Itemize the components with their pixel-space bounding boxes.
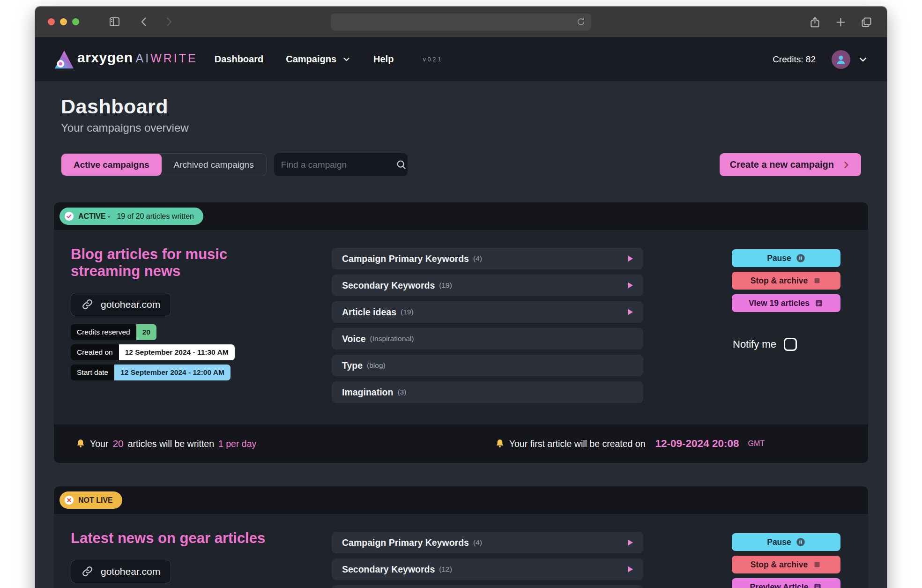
credits-counter: Credits: 82 xyxy=(773,54,816,65)
campaign-title: Blog articles for music streaming news xyxy=(71,246,249,280)
notify-me-control: Notify me xyxy=(732,338,840,351)
campaign-card: ACTIVE - 19 of 20 articles written Blog … xyxy=(54,202,868,463)
notify-me-label: Notify me xyxy=(733,338,776,350)
brand-suffix-ai: AI xyxy=(136,52,151,65)
accordion-imagination[interactable]: Imagination (3) xyxy=(332,381,643,403)
accordion-add-article-ideas[interactable]: Add article ideas (0) xyxy=(332,585,643,588)
main-content: Dashboard Your campaigns overview Active… xyxy=(35,95,887,588)
chevron-down-icon xyxy=(342,55,351,64)
meta-created-on: Created on 12 September 2024 - 11:30 AM xyxy=(71,344,235,360)
accordion-voice[interactable]: Voice (Inspirational) xyxy=(332,328,643,350)
page-subtitle: Your campaigns overview xyxy=(61,121,861,134)
search-input[interactable] xyxy=(281,160,396,170)
user-avatar[interactable] xyxy=(832,50,850,69)
chevron-right-icon xyxy=(841,160,851,170)
nav-links: Dashboard Campaigns Help v 0.2.1 xyxy=(215,54,441,65)
articles-icon xyxy=(814,298,824,308)
accordion-primary-keywords[interactable]: Campaign Primary Keywords (4) xyxy=(332,248,643,269)
campaign-card-body: Blog articles for music streaming news g… xyxy=(54,230,868,424)
search-icon xyxy=(396,159,407,170)
minimize-window-button[interactable] xyxy=(60,18,67,25)
user-avatar-icon xyxy=(834,52,848,67)
campaign-accordions: Campaign Primary Keywords (4) Secondary … xyxy=(332,532,643,588)
browser-toolbar xyxy=(35,7,887,37)
campaign-actions: Pause Stop & archive View 19 articles xyxy=(732,249,840,408)
nav-item-help[interactable]: Help xyxy=(373,54,394,65)
campaign-footer: Your 20 articles will be written 1 per d… xyxy=(54,424,868,463)
forward-icon[interactable] xyxy=(163,15,175,28)
campaign-search xyxy=(274,153,408,176)
campaign-title: Latest news on gear articles xyxy=(71,530,277,547)
campaign-domain-link[interactable]: gotohear.com xyxy=(71,560,171,583)
nav-item-dashboard[interactable]: Dashboard xyxy=(215,54,263,65)
bell-icon xyxy=(495,439,505,449)
expand-arrow-icon xyxy=(628,309,633,315)
brand-name: arxygen xyxy=(77,50,133,66)
check-icon xyxy=(64,211,74,221)
campaign-domain-link[interactable]: gotohear.com xyxy=(71,293,171,316)
browser-window: arxygen AI WRITE Dashboard Campaigns Hel… xyxy=(35,7,887,588)
accordion-article-ideas[interactable]: Article ideas (19) xyxy=(332,301,643,323)
new-tab-icon[interactable] xyxy=(834,16,847,29)
stop-icon xyxy=(812,560,822,569)
nav-item-campaigns[interactable]: Campaigns xyxy=(286,54,351,65)
status-badge: ACTIVE - 19 of 20 articles written xyxy=(59,208,203,225)
reload-icon[interactable] xyxy=(576,17,586,27)
notify-me-checkbox[interactable] xyxy=(784,338,797,351)
campaign-meta: Credits reserved 20 Created on 12 Septem… xyxy=(71,324,305,380)
brand-logo[interactable]: arxygen AI WRITE xyxy=(54,50,198,69)
app-navbar: arxygen AI WRITE Dashboard Campaigns Hel… xyxy=(35,37,887,81)
stop-icon xyxy=(812,276,822,285)
expand-arrow-icon xyxy=(628,540,633,545)
tab-active-campaigns[interactable]: Active campaigns xyxy=(61,154,162,176)
pause-icon xyxy=(796,253,805,263)
schedule-notice: Your 20 articles will be written 1 per d… xyxy=(75,438,256,449)
pause-button[interactable]: Pause xyxy=(732,249,840,267)
stop-archive-button[interactable]: Stop & archive xyxy=(732,556,840,573)
first-article-notice: Your first article will be created on 12… xyxy=(495,438,765,450)
link-icon xyxy=(82,298,93,310)
meta-start-date: Start date 12 September 2024 - 12:00 AM xyxy=(71,365,230,380)
expand-arrow-icon xyxy=(628,256,633,261)
zoom-window-button[interactable] xyxy=(72,18,79,25)
create-campaign-button[interactable]: Create a new campaign xyxy=(720,153,861,176)
accordion-secondary-keywords[interactable]: Secondary Keywords (12) xyxy=(332,558,643,580)
tab-overview-icon[interactable] xyxy=(860,16,873,29)
app-version: v 0.2.1 xyxy=(423,56,441,63)
page-title: Dashboard xyxy=(61,95,861,118)
stop-archive-button[interactable]: Stop & archive xyxy=(732,272,840,290)
campaign-tabs: Active campaigns Archived campaigns xyxy=(61,153,267,176)
cross-icon xyxy=(64,495,74,505)
sidebar-icon[interactable] xyxy=(108,15,121,28)
window-controls xyxy=(48,18,79,25)
back-icon[interactable] xyxy=(138,15,150,28)
pause-icon xyxy=(796,537,805,547)
campaign-actions: Pause Stop & archive Preview Article xyxy=(732,533,840,588)
articles-icon xyxy=(813,582,822,588)
status-badge: NOT LIVE xyxy=(59,491,122,509)
campaign-controls: Active campaigns Archived campaigns Crea… xyxy=(61,153,861,176)
preview-article-button[interactable]: Preview Article xyxy=(732,578,840,588)
tab-archived-campaigns[interactable]: Archived campaigns xyxy=(162,154,266,176)
toolbar-right-group xyxy=(809,7,873,37)
account-chevron-down-icon[interactable] xyxy=(858,54,868,65)
accordion-secondary-keywords[interactable]: Secondary Keywords (19) xyxy=(332,275,643,296)
expand-arrow-icon xyxy=(628,566,633,572)
brand-suffix-write: WRITE xyxy=(150,52,198,65)
campaign-status-bar: NOT LIVE xyxy=(54,486,868,514)
bell-icon xyxy=(75,439,86,449)
address-bar[interactable] xyxy=(331,13,591,30)
accordion-type[interactable]: Type (blog) xyxy=(332,355,643,376)
campaign-status-bar: ACTIVE - 19 of 20 articles written xyxy=(54,202,868,230)
pause-button[interactable]: Pause xyxy=(732,533,840,551)
logo-triangle-icon xyxy=(54,50,74,69)
share-icon[interactable] xyxy=(809,16,821,29)
meta-credits-reserved: Credits reserved 20 xyxy=(71,324,156,340)
campaign-card-body: Latest news on gear articles gotohear.co… xyxy=(54,514,868,588)
view-articles-button[interactable]: View 19 articles xyxy=(732,294,840,312)
app-page: arxygen AI WRITE Dashboard Campaigns Hel… xyxy=(35,37,887,588)
accordion-primary-keywords[interactable]: Campaign Primary Keywords (4) xyxy=(332,532,643,553)
link-icon xyxy=(82,566,93,577)
close-window-button[interactable] xyxy=(48,18,55,25)
navbar-right: Credits: 82 xyxy=(773,50,868,69)
